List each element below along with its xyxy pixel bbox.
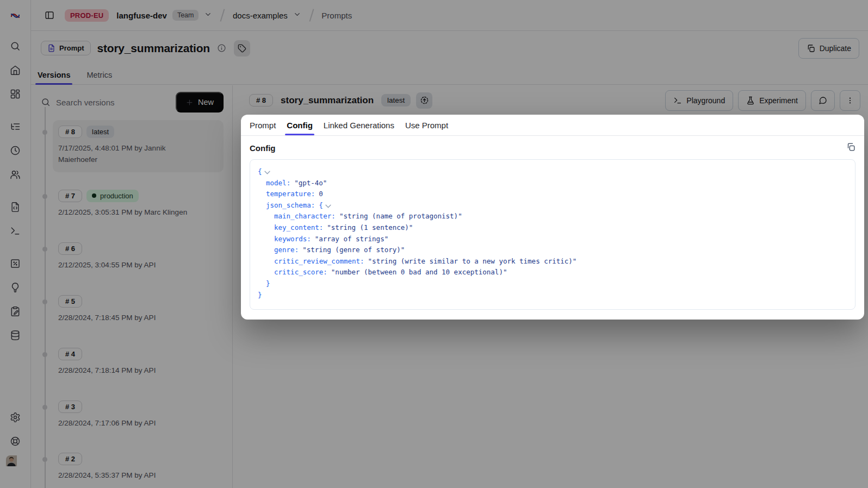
config-section-title: Config <box>250 143 275 153</box>
config-json-line: main_character:"string (name of protagon… <box>258 211 847 222</box>
config-json-line: { <box>258 166 847 178</box>
config-json-line: } <box>258 278 847 290</box>
app-root: PROD-EU langfuse-dev Team docs-examples … <box>0 0 868 488</box>
config-json-viewer: { model:"gpt-4o" temperature:0 json_sche… <box>250 159 855 310</box>
tab-use-prompt[interactable]: Use Prompt <box>405 115 448 135</box>
tab-config[interactable]: Config <box>287 115 312 135</box>
config-json-line: keywords:"array of strings" <box>258 234 847 245</box>
peek-card-tabs: Prompt Config Linked Generations Use Pro… <box>241 115 864 136</box>
collapse-chevron-icon[interactable] <box>264 170 270 176</box>
config-json-line: critic_review_comment:"string (write sim… <box>258 256 847 267</box>
config-json-line: key_content:"string (1 sentence)" <box>258 222 847 234</box>
config-json-line: json_schema:{ <box>258 200 847 211</box>
collapse-chevron-icon[interactable] <box>325 203 331 209</box>
copy-icon[interactable] <box>846 142 855 154</box>
config-json-line: model:"gpt-4o" <box>258 178 847 189</box>
config-json-line: critic_score:"number (between 0 bad and … <box>258 267 847 278</box>
config-json-line: genre:"string (genre of story)" <box>258 245 847 256</box>
prompt-version-peek-card: Prompt Config Linked Generations Use Pro… <box>241 115 864 320</box>
tab-prompt[interactable]: Prompt <box>250 115 276 135</box>
tab-linked-generations[interactable]: Linked Generations <box>324 115 394 135</box>
config-json-line: } <box>258 290 847 301</box>
config-json-line: temperature:0 <box>258 189 847 200</box>
config-section-header: Config <box>241 136 864 159</box>
